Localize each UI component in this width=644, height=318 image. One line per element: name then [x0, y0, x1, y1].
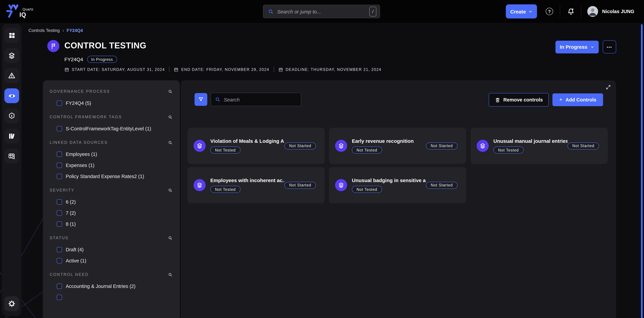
sidebar-item-automation[interactable] — [4, 108, 19, 123]
sidebar-item-library[interactable] — [4, 129, 19, 143]
filter-toggle-button[interactable] — [194, 93, 207, 106]
control-title: Unusual manual journal entries — [494, 138, 568, 144]
breadcrumb-parent[interactable]: Controls Testing — [28, 28, 60, 33]
filter-option[interactable]: 7 (2) — [50, 210, 172, 216]
expand-icon[interactable] — [606, 85, 611, 90]
filter-option[interactable]: Active (1) — [50, 257, 172, 264]
control-card[interactable]: Unusual manual journal entries Not Teste… — [470, 128, 608, 164]
control-icon — [477, 140, 489, 152]
section-search-icon[interactable] — [168, 115, 172, 119]
filter-option-label: S-ControlFrameworkTag-EntityLevel (1) — [66, 126, 151, 131]
more-actions-button[interactable]: ••• — [603, 40, 616, 53]
control-title: Early revenue recognition — [352, 138, 414, 144]
trash-icon — [494, 97, 500, 103]
filter-option[interactable]: Policy Standard Expense Rates2 (1) — [50, 173, 172, 180]
sidebar-item-alerts[interactable] — [4, 68, 19, 83]
filter-checkbox[interactable] — [57, 174, 62, 179]
filter-option[interactable]: Employees (1) — [50, 151, 172, 157]
filter-option[interactable]: 8 (1) — [50, 221, 172, 227]
avatar[interactable] — [587, 6, 598, 17]
section-search-icon[interactable] — [168, 89, 172, 94]
filter-option[interactable]: S-ControlFrameworkTag-EntityLevel (1) — [50, 125, 172, 132]
add-controls-button[interactable]: + Add Controls — [552, 93, 603, 106]
flag-icon — [50, 43, 57, 50]
filter-checkbox[interactable] — [57, 151, 62, 157]
sidebar — [2, 24, 22, 316]
filter-checkbox[interactable] — [57, 126, 62, 131]
create-button-label: Create — [510, 9, 526, 14]
run-status-badge: Not Started — [426, 182, 458, 189]
filter-checkbox[interactable] — [57, 221, 62, 227]
run-status-badge: Not Started — [568, 142, 599, 149]
status-dropdown-button[interactable]: In Progress — [556, 41, 599, 53]
control-icon — [335, 140, 347, 152]
control-card-body: Unusual badging in sensitive a... Not Te… — [352, 177, 426, 193]
create-button[interactable]: Create — [506, 4, 537, 19]
calendar-icon — [278, 67, 283, 72]
test-status-badge: Not Tested — [210, 186, 240, 193]
sidebar-item-data-explorer[interactable] — [4, 149, 19, 164]
help-icon[interactable]: ? — [546, 8, 553, 15]
filter-option[interactable]: FY24Q4 (5) — [50, 100, 172, 106]
control-icon — [194, 179, 206, 191]
test-status-badge: Not Tested — [210, 146, 240, 153]
filter-section-control-need: CONTROL NEED Accounting & Journal Entrie… — [50, 272, 172, 301]
logo-brand-text: Quartz — [22, 7, 33, 11]
control-title: Unusual badging in sensitive a... — [352, 177, 426, 183]
vertical-scrollbar[interactable] — [641, 24, 643, 318]
end-date-text: END DATE: FRIDAY, NOVEMBER 29, 2024 — [181, 67, 269, 71]
filter-section-title: SEVERITY — [50, 188, 74, 193]
filter-section-title: GOVERNANCE PROCESS — [50, 89, 110, 94]
breadcrumb-current[interactable]: FY24Q4 — [66, 28, 83, 33]
section-search-icon[interactable] — [168, 188, 172, 192]
sidebar-item-layers[interactable] — [4, 48, 19, 63]
filter-option[interactable]: Expenses (1) — [50, 162, 172, 169]
section-search-icon[interactable] — [168, 140, 172, 145]
run-status-badge: Not Started — [284, 182, 316, 189]
remove-controls-button[interactable]: Remove controls — [489, 93, 549, 106]
filter-checkbox[interactable] — [57, 210, 62, 216]
global-search[interactable]: / — [263, 5, 380, 18]
filter-checkbox[interactable] — [57, 258, 62, 263]
calendar-icon — [174, 67, 178, 72]
filter-checkbox[interactable] — [57, 199, 62, 205]
control-card[interactable]: Employees with incoherent ac... Not Test… — [188, 167, 325, 203]
logo[interactable]: Quartz IQ — [5, 3, 42, 20]
control-card-body: Violation of Meals & Lodging A... Not Te… — [210, 138, 284, 153]
run-status-badge: Not Started — [284, 142, 316, 149]
control-card[interactable]: Early revenue recognition Not Tested Not… — [329, 128, 466, 164]
filter-checkbox[interactable] — [57, 100, 62, 106]
controls-search[interactable] — [211, 93, 301, 106]
filter-checkbox[interactable] — [57, 247, 62, 252]
chevron-down-icon — [590, 45, 594, 49]
divider — [560, 5, 560, 18]
filter-section-status: STATUS Draft (4) Active (1) — [50, 236, 172, 264]
sidebar-item-dashboard[interactable] — [4, 28, 19, 43]
filter-checkbox[interactable] — [57, 163, 62, 168]
filter-option-label: 8 (1) — [66, 221, 76, 227]
search-icon — [215, 97, 220, 102]
bell-icon[interactable] — [567, 8, 575, 16]
run-status-badge: Not Started — [426, 142, 458, 149]
test-status-badge: Not Tested — [352, 186, 382, 193]
filter-option[interactable]: Draft (4) — [50, 246, 172, 253]
filter-option[interactable]: 6 (2) — [50, 199, 172, 205]
sidebar-item-controls-monitoring[interactable] — [4, 88, 19, 103]
filter-option-label: 6 (2) — [66, 199, 76, 205]
filter-section-header: CONTROL FRAMEWORK TAGS — [50, 115, 172, 119]
filter-checkbox[interactable] — [57, 283, 62, 289]
hexagon-bolt-icon — [8, 112, 16, 120]
filter-section-header: LINKED DATA SOURCES — [50, 140, 172, 145]
section-search-icon[interactable] — [168, 272, 172, 277]
divider — [581, 5, 581, 18]
control-card[interactable]: Unusual badging in sensitive a... Not Te… — [329, 167, 466, 203]
status-badge: In Progress — [87, 56, 117, 63]
filter-option-partial[interactable] — [50, 294, 172, 301]
controls-search-input[interactable] — [224, 97, 297, 102]
control-card[interactable]: Violation of Meals & Lodging A... Not Te… — [188, 128, 325, 164]
sidebar-item-settings[interactable] — [4, 296, 19, 311]
filter-checkbox[interactable] — [57, 295, 62, 300]
filter-option[interactable]: Accounting & Journal Entries (2) — [50, 283, 172, 290]
global-search-input[interactable] — [277, 9, 366, 14]
section-search-icon[interactable] — [168, 236, 172, 240]
